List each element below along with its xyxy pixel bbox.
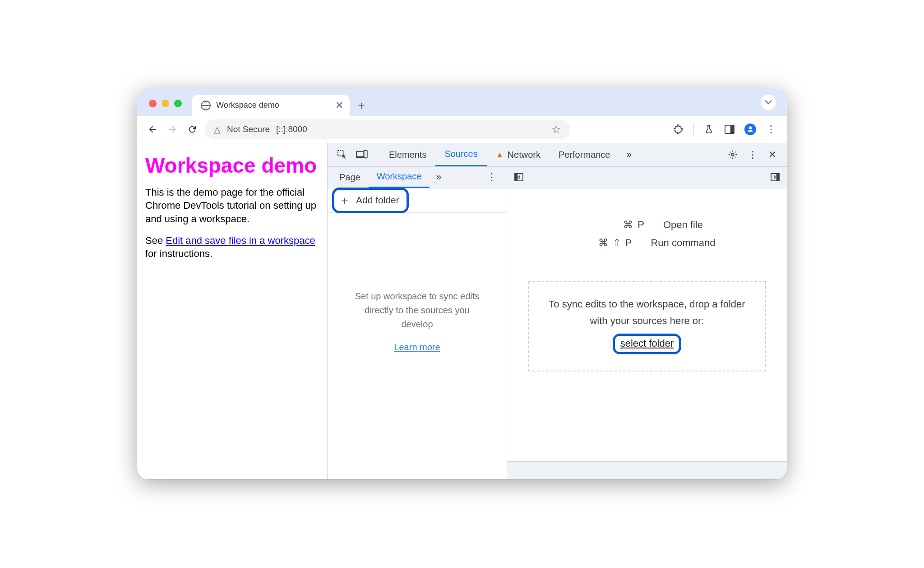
navigator-tabs: Page Workspace » ⋮ <box>328 167 507 188</box>
devtools-body: Page Workspace » ⋮ ＋ Add folder Set up w… <box>328 167 787 479</box>
inspect-element-icon[interactable] <box>332 150 352 160</box>
navigator-menu-icon[interactable]: ⋮ <box>480 171 503 183</box>
maximize-window-icon[interactable] <box>174 100 182 107</box>
svg-rect-7 <box>515 174 517 181</box>
navigator-tab-page[interactable]: Page <box>331 167 369 188</box>
content-area: Workspace demo This is the demo page for… <box>137 143 787 479</box>
divider <box>693 123 694 136</box>
navigator-help: Set up workspace to sync edits directly … <box>328 213 507 479</box>
svg-rect-4 <box>364 151 367 158</box>
new-tab-button[interactable]: ＋ <box>353 97 370 114</box>
close-tab-icon[interactable]: ✕ <box>335 100 343 111</box>
add-folder-row: ＋ Add folder <box>328 188 507 213</box>
drop-zone[interactable]: To sync edits to the workspace, drop a f… <box>528 281 766 372</box>
close-devtools-icon[interactable]: ✕ <box>762 149 782 160</box>
tab-title: Workspace demo <box>216 101 279 110</box>
page-heading: Workspace demo <box>145 153 321 178</box>
security-status: Not Secure <box>227 124 270 134</box>
shortcut-run-command: ⌘ ⇧ P Run command <box>578 237 715 249</box>
extensions-icon[interactable] <box>671 124 686 134</box>
drop-zone-text: To sync edits to the workspace, drop a f… <box>542 296 752 330</box>
address-bar[interactable]: △ Not Secure [::]:8000 ☆ <box>205 119 570 139</box>
settings-icon[interactable] <box>723 150 743 160</box>
svg-rect-3 <box>356 151 364 157</box>
workspace-docs-link[interactable]: Edit and save files in a workspace <box>166 235 315 246</box>
sources-navigator: Page Workspace » ⋮ ＋ Add folder Set up w… <box>328 167 507 479</box>
globe-icon <box>201 101 211 110</box>
shortcut-keys: ⌘ ⇧ P <box>578 237 633 249</box>
warning-triangle-icon: ▲ <box>496 150 504 160</box>
shortcut-keys: ⌘ P <box>591 219 645 231</box>
plus-icon: ＋ <box>339 192 351 208</box>
shortcut-open-file: ⌘ P Open file <box>591 219 703 231</box>
shortcut-label: Open file <box>663 219 703 231</box>
svg-point-5 <box>731 153 734 156</box>
svg-rect-1 <box>730 125 734 133</box>
svg-rect-9 <box>776 174 779 181</box>
sources-editor: ⌘ P Open file ⌘ ⇧ P Run command To sync … <box>507 167 787 479</box>
select-folder-button[interactable]: select folder <box>613 334 682 354</box>
close-window-icon[interactable] <box>149 100 157 107</box>
navigator-help-text: Set up workspace to sync edits directly … <box>354 289 480 331</box>
page-paragraph-2: See Edit and save files in a workspace f… <box>145 234 321 261</box>
minimize-window-icon[interactable] <box>162 100 169 107</box>
editor-toolbar <box>507 167 787 188</box>
browser-tab[interactable]: Workspace demo ✕ <box>192 95 350 116</box>
shortcut-label: Run command <box>651 237 715 249</box>
browser-toolbar: △ Not Secure [::]:8000 ☆ ⋮ <box>137 116 787 143</box>
show-navigator-icon[interactable] <box>512 173 526 181</box>
device-toolbar-icon[interactable] <box>352 150 372 159</box>
learn-more-link[interactable]: Learn more <box>394 342 440 353</box>
url-text: [::]:8000 <box>276 124 307 134</box>
labs-icon[interactable] <box>701 124 716 134</box>
devtools-menu-icon[interactable]: ⋮ <box>743 149 762 160</box>
tab-search-button[interactable] <box>761 95 776 110</box>
tab-sources[interactable]: Sources <box>435 143 486 166</box>
select-folder-label: select folder <box>620 338 674 349</box>
editor-placeholder: ⌘ P Open file ⌘ ⇧ P Run command To sync … <box>507 188 787 461</box>
side-panel-icon[interactable] <box>722 125 737 134</box>
tab-elements[interactable]: Elements <box>380 143 435 166</box>
window-controls <box>149 100 182 107</box>
warning-icon: △ <box>214 124 221 135</box>
more-tabs-icon[interactable]: » <box>619 149 639 160</box>
browser-window: Workspace demo ✕ ＋ △ Not Secure [::]:800… <box>137 89 787 479</box>
browser-menu-icon[interactable]: ⋮ <box>763 124 779 135</box>
profile-avatar[interactable] <box>743 124 758 135</box>
devtools-panel: Elements Sources ▲Network Performance » … <box>327 143 787 479</box>
navigator-tab-workspace[interactable]: Workspace <box>369 167 430 188</box>
page-paragraph-1: This is the demo page for the official C… <box>145 186 321 226</box>
show-debugger-icon[interactable] <box>768 173 782 181</box>
tab-network[interactable]: ▲Network <box>487 143 550 166</box>
add-folder-button[interactable]: ＋ Add folder <box>332 188 409 213</box>
back-button[interactable] <box>145 124 160 134</box>
reload-button[interactable] <box>185 124 199 134</box>
editor-footer <box>507 461 787 479</box>
devtools-toolbar: Elements Sources ▲Network Performance » … <box>328 143 787 167</box>
bookmark-icon[interactable]: ☆ <box>551 123 561 136</box>
tab-strip: Workspace demo ✕ ＋ <box>137 89 787 116</box>
tab-performance[interactable]: Performance <box>550 143 619 166</box>
navigator-more-tabs-icon[interactable]: » <box>436 171 441 183</box>
add-folder-label: Add folder <box>356 195 399 206</box>
page-viewport: Workspace demo This is the demo page for… <box>137 143 327 479</box>
forward-button[interactable] <box>165 124 180 134</box>
